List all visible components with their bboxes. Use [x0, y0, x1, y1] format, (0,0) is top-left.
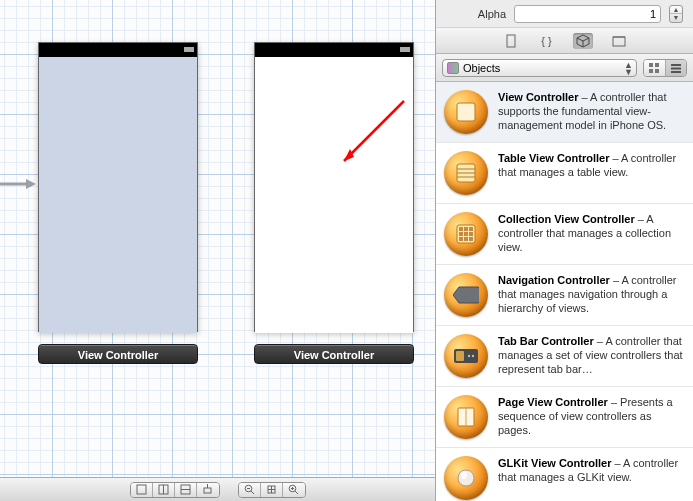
zoom-actual-button[interactable] [261, 483, 283, 497]
scene-a-body[interactable] [39, 57, 197, 333]
view-controller-icon [444, 90, 488, 134]
scene-a-label[interactable]: View Controller [38, 344, 198, 364]
svg-rect-24 [649, 63, 653, 67]
svg-point-53 [461, 471, 467, 479]
svg-rect-29 [671, 67, 681, 69]
svg-rect-43 [459, 237, 463, 241]
zoom-segment [238, 482, 306, 498]
objects-popup-icon [447, 62, 459, 74]
align-segment [130, 482, 220, 498]
table-view-controller-icon [444, 151, 488, 195]
svg-rect-28 [671, 64, 681, 66]
svg-rect-26 [649, 69, 653, 73]
scene-b-label[interactable]: View Controller [254, 344, 414, 364]
library-item-glkit-view-controller[interactable]: GLKit View Controller – A controller tha… [436, 448, 693, 501]
library-item-text: Tab Bar Controller – A controller that m… [498, 334, 683, 378]
stepper-up-icon[interactable]: ▲ [670, 6, 682, 15]
chevron-updown-icon: ▲▼ [624, 62, 633, 76]
scene-b[interactable]: View Controller [254, 42, 414, 364]
svg-rect-47 [456, 351, 464, 361]
svg-rect-27 [655, 69, 659, 73]
library-item-text: Table View Controller – A controller tha… [498, 151, 683, 195]
canvas-toolbar [0, 477, 435, 501]
battery-icon [400, 47, 410, 52]
scene-b-body[interactable] [255, 57, 413, 333]
library-icon-view[interactable] [644, 60, 666, 76]
scene-a-view[interactable] [38, 42, 198, 332]
alpha-label: Alpha [446, 8, 506, 20]
library-item-view-controller[interactable]: View Controller – A controller that supp… [436, 82, 693, 143]
pin-button[interactable] [153, 483, 175, 497]
library-item-text: GLKit View Controller – A controller tha… [498, 456, 683, 500]
library-list-view[interactable] [666, 60, 687, 76]
alpha-input[interactable] [514, 5, 661, 23]
svg-point-48 [468, 355, 470, 357]
library-item-text: Navigation Controller – A controller tha… [498, 273, 683, 317]
scene-a[interactable]: View Controller [38, 42, 198, 364]
media-library-tab[interactable] [609, 33, 629, 49]
file-template-tab[interactable] [501, 33, 521, 49]
svg-rect-40 [459, 232, 463, 236]
glkit-view-controller-icon [444, 456, 488, 500]
objects-popup[interactable]: Objects ▲▼ [442, 59, 637, 77]
svg-rect-31 [457, 103, 475, 121]
scene-b-view[interactable] [254, 42, 414, 332]
stepper-down-icon[interactable]: ▼ [670, 14, 682, 22]
align-button[interactable] [131, 483, 153, 497]
library-item-page-view-controller[interactable]: Page View Controller – Presents a sequen… [436, 387, 693, 448]
alpha-stepper[interactable]: ▲ ▼ [669, 5, 683, 23]
library-item-navigation-controller[interactable]: Navigation Controller – A controller tha… [436, 265, 693, 326]
page-view-controller-icon [444, 395, 488, 439]
initial-scene-arrow[interactable] [0, 178, 36, 190]
status-bar [39, 43, 197, 57]
svg-rect-22 [613, 37, 625, 46]
tab-bar-controller-icon [444, 334, 488, 378]
library-list[interactable]: View Controller – A controller that supp… [436, 82, 693, 501]
svg-line-18 [295, 491, 298, 494]
library-header: Objects ▲▼ [436, 54, 693, 82]
resize-button[interactable] [197, 483, 219, 497]
svg-rect-42 [469, 232, 473, 236]
svg-rect-39 [469, 227, 473, 231]
zoom-out-button[interactable] [239, 483, 261, 497]
svg-marker-1 [26, 179, 36, 189]
resolve-button[interactable] [175, 483, 197, 497]
svg-rect-41 [464, 232, 468, 236]
svg-rect-30 [671, 71, 681, 73]
library-item-table-view-controller[interactable]: Table View Controller – A controller tha… [436, 143, 693, 204]
object-library-tab[interactable] [573, 33, 593, 49]
code-snippet-tab[interactable]: { } [537, 33, 557, 49]
svg-rect-9 [204, 488, 211, 493]
collection-view-controller-icon [444, 212, 488, 256]
svg-rect-44 [464, 237, 468, 241]
library-item-collection-view-controller[interactable]: Collection View Controller – A controlle… [436, 204, 693, 265]
status-bar [255, 43, 413, 57]
library-item-text: View Controller – A controller that supp… [498, 90, 683, 134]
svg-rect-37 [459, 227, 463, 231]
library-item-text: Page View Controller – Presents a sequen… [498, 395, 683, 439]
utilities-panel: Alpha ▲ ▼ { } Objects [435, 0, 693, 501]
svg-rect-4 [137, 485, 146, 494]
svg-rect-25 [655, 63, 659, 67]
battery-icon [184, 47, 194, 52]
svg-rect-21 [507, 35, 515, 47]
objects-popup-label: Objects [463, 62, 500, 74]
library-view-mode [643, 59, 687, 77]
alpha-row: Alpha ▲ ▼ [436, 0, 693, 28]
library-item-text: Collection View Controller – A controlle… [498, 212, 683, 256]
zoom-in-button[interactable] [283, 483, 305, 497]
svg-line-12 [251, 491, 254, 494]
svg-rect-38 [464, 227, 468, 231]
library-item-tab-bar-controller[interactable]: Tab Bar Controller – A controller that m… [436, 326, 693, 387]
navigation-controller-icon [444, 273, 488, 317]
svg-rect-45 [469, 237, 473, 241]
library-tabs: { } [436, 28, 693, 54]
storyboard-canvas[interactable]: View Controller View Controller [0, 0, 435, 501]
svg-point-49 [472, 355, 474, 357]
xcode-window: View Controller View Controller [0, 0, 693, 501]
